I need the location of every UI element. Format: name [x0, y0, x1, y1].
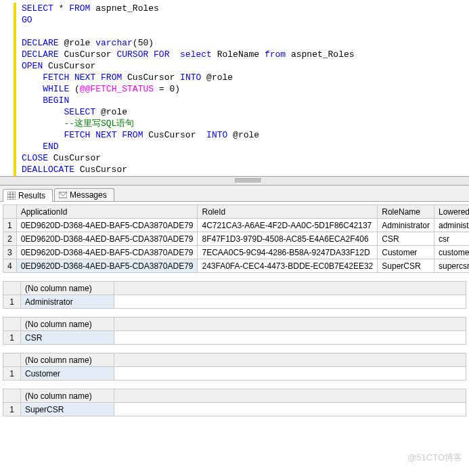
table-row[interactable]: 1Customer [3, 367, 466, 381]
col-applicationid[interactable]: ApplicationId [16, 205, 198, 219]
table-header-row: ApplicationId RoleId RoleName LoweredRol… [3, 205, 470, 219]
results-grid-3[interactable]: (No column name) 1CSR [3, 317, 466, 345]
col-rolename[interactable]: RoleName [378, 205, 434, 219]
results-grid-5[interactable]: (No column name) 1SuperCSR [3, 389, 466, 416]
results-grid-2[interactable]: (No column name) 1Administrator [3, 281, 466, 309]
results-grid-4[interactable]: (No column name) 1Customer [3, 353, 466, 381]
messages-icon [59, 191, 67, 199]
col-nocolumn[interactable]: (No column name) [21, 318, 114, 331]
results-tabs: Results Messages [0, 186, 469, 202]
table-row[interactable]: 1 0ED9620D-D368-4AED-BAF5-CDA3870ADE79 4… [3, 219, 470, 232]
tab-messages[interactable]: Messages [54, 188, 114, 201]
corner-cell [3, 205, 17, 219]
results-grid-icon [7, 192, 16, 200]
col-nocolumn[interactable]: (No column name) [21, 389, 114, 403]
sql-editor[interactable]: SELECT * FROM aspnet_Roles GO DECLARE @r… [0, 0, 469, 176]
col-nocolumn[interactable]: (No column name) [21, 282, 114, 295]
table-row[interactable]: 2 0ED9620D-D368-4AED-BAF5-CDA3870ADE79 8… [3, 232, 470, 246]
col-nocolumn[interactable]: (No column name) [21, 353, 114, 367]
col-loweredrolename[interactable]: LoweredRoleName [434, 205, 469, 219]
tab-results[interactable]: Results [3, 189, 53, 202]
results-grid-1[interactable]: ApplicationId RoleId RoleName LoweredRol… [3, 204, 469, 273]
splitter-handle-icon [235, 178, 262, 183]
table-row[interactable]: 4 0ED9620D-D368-4AED-BAF5-CDA3870ADE79 2… [3, 259, 470, 273]
table-row[interactable]: 1Administrator [3, 295, 466, 309]
editor-gutter [0, 3, 16, 176]
table-row[interactable]: 3 0ED9620D-D368-4AED-BAF5-CDA3870ADE79 7… [3, 246, 470, 259]
watermark-text: @51CTO博客 [407, 452, 462, 464]
tab-results-label: Results [18, 191, 45, 200]
tab-messages-label: Messages [70, 190, 107, 200]
pane-splitter[interactable] [0, 176, 469, 186]
table-row[interactable]: 1SuperCSR [3, 403, 466, 416]
svg-rect-0 [7, 192, 16, 200]
sql-code-text[interactable]: SELECT * FROM aspnet_Roles GO DECLARE @r… [0, 3, 469, 175]
col-roleid[interactable]: RoleId [198, 205, 378, 219]
table-row[interactable]: 1CSR [3, 331, 466, 345]
results-pane[interactable]: ApplicationId RoleId RoleName LoweredRol… [0, 202, 469, 476]
